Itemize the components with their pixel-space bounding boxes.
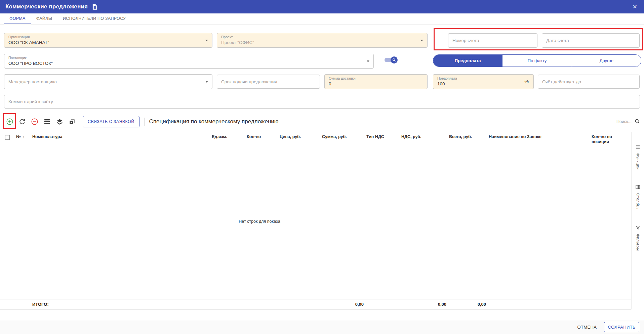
side-panel-functions-label: Функции [636, 153, 640, 170]
side-panel-columns-label: Столбцы [636, 193, 640, 210]
link-to-request-button[interactable]: СВЯЗАТЬ С ЗАЯВКОЙ [83, 116, 139, 127]
organization-select[interactable]: Организация ООО "СК АМАНАТ" [4, 33, 212, 48]
project-value: Проект "ОФИС" [221, 40, 423, 46]
spec-toolbar: СВЯЗАТЬ С ЗАЯВКОЙ Спецификация по коммер… [4, 114, 640, 129]
cancel-button[interactable]: ОТМЕНА [575, 322, 599, 332]
duplicate-add-icon[interactable] [66, 116, 78, 127]
prepayment-percent-value: 100 [437, 81, 529, 87]
project-label: Проект [221, 35, 423, 39]
save-button[interactable]: СОХРАНИТЬ [604, 322, 639, 332]
column-header-price[interactable]: Цена, руб. [280, 134, 322, 139]
remove-row-icon[interactable] [29, 116, 40, 127]
payment-type-group: Предоплата По факту Другое [433, 54, 641, 67]
grid-side-panel: Функции Столбцы Фильтры [631, 132, 644, 309]
menu-icon [635, 144, 640, 151]
column-header-unit[interactable]: Ед.изм. [212, 134, 247, 139]
window-title: Коммерческие предложения [5, 3, 88, 10]
supplier-manager-placeholder: Менеджер поставщика [8, 79, 57, 84]
side-panel-filters[interactable]: Фильтры [635, 225, 640, 251]
sort-asc-icon: ↑ [23, 134, 25, 139]
invoice-number-input[interactable] [448, 33, 537, 48]
supplier-manager-select[interactable]: Менеджер поставщика [4, 74, 212, 89]
side-panel-columns[interactable]: Столбцы [635, 184, 640, 210]
prepayment-percent-field[interactable]: Предоплата 100 % [433, 74, 534, 89]
supplier-select[interactable]: Поставщик ООО "ПРО ВОСТОК" [4, 54, 374, 69]
select-all-checkbox[interactable] [5, 135, 10, 140]
totals-sum-value: 0,00 [322, 302, 366, 307]
column-header-qty-per-position[interactable]: Кол-во по позиции [592, 134, 631, 144]
invoice-valid-until-input[interactable] [538, 75, 640, 89]
supplier-label: Поставщик [8, 56, 369, 60]
tab-files[interactable]: ФАЙЛЫ [31, 13, 57, 24]
magnifier-icon [391, 56, 398, 64]
totals-total-value: 0,00 [449, 302, 489, 307]
list-icon[interactable] [41, 116, 53, 127]
table-totals-row: ИТОГО: 0,00 0,00 0,00 [0, 299, 631, 309]
delivery-sum-label: Сумма доставки [329, 76, 423, 81]
project-select[interactable]: Проект Проект "ОФИС" [217, 33, 428, 48]
action-bar: ОТМЕНА СОХРАНИТЬ [0, 320, 644, 334]
window-titlebar: Коммерческие предложения ✕ [0, 0, 644, 13]
search-placeholder: Поиск... [616, 119, 632, 124]
supplier-value: ООО "ПРО ВОСТОК" [8, 60, 369, 67]
column-header-total[interactable]: Всего, руб. [449, 134, 489, 139]
refresh-icon[interactable] [16, 116, 28, 127]
tab-form[interactable]: ФОРМА [4, 13, 31, 24]
close-icon[interactable]: ✕ [631, 3, 639, 11]
percent-sign: % [524, 79, 529, 84]
spec-search[interactable]: Поиск... [616, 119, 640, 125]
column-header-vat[interactable]: НДС, руб. [401, 134, 449, 139]
empty-table-message: Нет строк для показа [0, 219, 519, 224]
columns-icon [635, 184, 640, 191]
column-header-request-name[interactable]: Наименование по Заявке [489, 134, 592, 139]
column-header-quantity[interactable]: Кол-во [247, 134, 280, 139]
add-row-icon[interactable] [4, 116, 15, 127]
proposal-deadline-input[interactable] [217, 75, 320, 89]
side-panel-functions[interactable]: Функции [635, 144, 640, 170]
column-header-sum[interactable]: Сумма, руб. [322, 134, 366, 139]
payment-other-button[interactable]: Другое [572, 55, 641, 67]
spec-section-title: Спецификация по коммерческому предложени… [149, 118, 279, 125]
chevron-down-icon [367, 60, 369, 62]
toolbar-divider [144, 118, 145, 126]
column-header-number[interactable]: №↑ [16, 134, 32, 139]
layers-icon[interactable] [54, 116, 65, 127]
chevron-down-icon [420, 40, 423, 41]
filter-icon [635, 225, 640, 232]
invoice-date-input[interactable] [542, 33, 640, 48]
organization-value: ООО "СК АМАНАТ" [8, 40, 208, 46]
payment-prepayment-button[interactable]: Предоплата [433, 55, 502, 67]
delivery-sum-field[interactable]: Сумма доставки 0 [324, 74, 428, 89]
document-icon [92, 4, 97, 10]
totals-label: ИТОГО: [32, 302, 212, 307]
payment-on-fact-button[interactable]: По факту [502, 55, 571, 67]
column-header-vat-type[interactable]: Тип НДС [366, 134, 401, 139]
tab-bar: ФОРМА ФАЙЛЫ ИСПОЛНИТЕЛИ ПО ЗАПРОСУ [0, 13, 644, 25]
organization-label: Организация [8, 35, 208, 39]
tab-executors[interactable]: ИСПОЛНИТЕЛИ ПО ЗАПРОСУ [57, 13, 131, 24]
column-number-label: № [16, 134, 21, 139]
chevron-down-icon [205, 40, 208, 41]
delivery-sum-value: 0 [329, 81, 423, 87]
search-icon [635, 119, 640, 125]
column-header-nomenclature[interactable]: Номенклатура [32, 134, 212, 139]
chevron-down-icon [205, 81, 208, 83]
invoice-comment-input[interactable] [4, 95, 640, 109]
supplier-search-toggle[interactable] [384, 56, 398, 64]
totals-vat-value: 0,00 [401, 302, 449, 307]
table-header: №↑ Номенклатура Ед.изм. Кол-во Цена, руб… [0, 132, 631, 147]
prepayment-percent-label: Предоплата [437, 76, 529, 81]
side-panel-filters-label: Фильтры [636, 234, 640, 251]
